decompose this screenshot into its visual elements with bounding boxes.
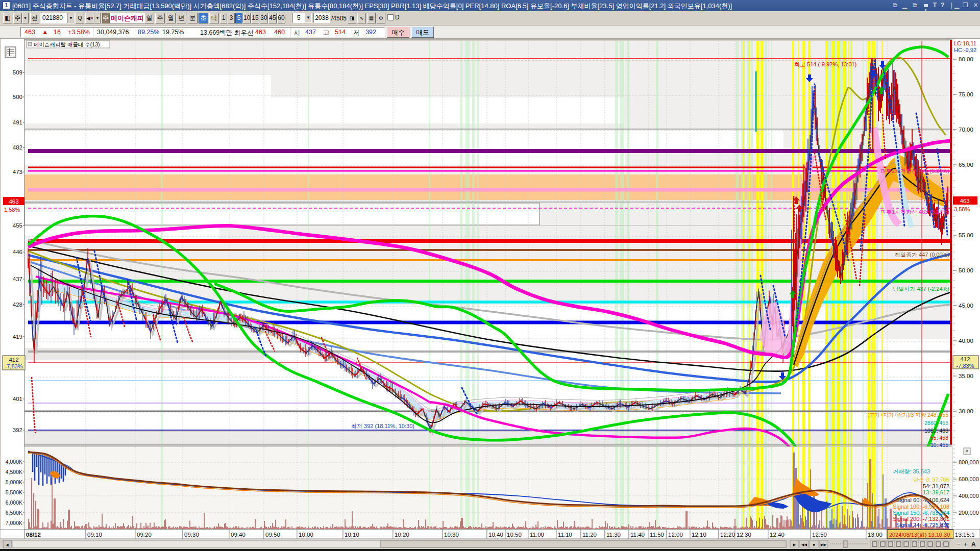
svg-text:◄: ◄: [5, 542, 10, 547]
svg-text:437: 437: [13, 276, 22, 282]
svg-text:70,00: 70,00: [959, 127, 973, 133]
svg-text:Signal 24: -6,725,832: Signal 24: -6,725,832: [896, 522, 949, 528]
svg-text:54: 31,072: 54: 31,072: [923, 483, 949, 489]
svg-text:×: ×: [966, 448, 969, 454]
svg-text:446: 446: [13, 249, 22, 255]
svg-text:12:30: 12:30: [737, 532, 751, 538]
svg-text:4,000K: 4,000K: [6, 459, 22, 465]
svg-text:80,00: 80,00: [959, 56, 973, 62]
svg-text:12:00: 12:00: [668, 532, 683, 538]
svg-text:10:40: 10:40: [488, 532, 503, 538]
svg-text:12:40: 12:40: [770, 532, 785, 538]
svg-text:−: −: [957, 540, 961, 548]
svg-text:최저 392 (18.11%, 10:30): 최저 392 (18.11%, 10:30): [351, 423, 414, 429]
svg-text:50,00: 50,00: [959, 267, 973, 273]
svg-text:09:50: 09:50: [265, 532, 280, 538]
svg-text:1080: 468: 1080: 468: [924, 428, 948, 434]
svg-text:09:20: 09:20: [137, 532, 152, 538]
svg-text:40,00: 40,00: [959, 338, 973, 344]
svg-text:10:50: 10:50: [507, 532, 522, 538]
svg-text:▶: ▶: [793, 542, 796, 547]
svg-text:09:30: 09:30: [184, 532, 199, 538]
svg-text:메이슨캐피탈 매물대 수(13): 메이슨캐피탈 매물대 수(13): [34, 41, 100, 47]
svg-text:최고 514 (-9.92%, 13:01): 최고 514 (-9.92%, 13:01): [794, 61, 856, 67]
svg-text:11:30: 11:30: [606, 532, 621, 538]
svg-text:Signal 200: -7,132,861: Signal 200: -7,132,861: [893, 516, 949, 522]
svg-text:09:10: 09:10: [87, 532, 102, 538]
svg-text:6,000K: 6,000K: [6, 499, 22, 506]
svg-text:412: 412: [9, 357, 18, 363]
svg-text:55,00: 55,00: [959, 232, 973, 238]
svg-text:412: 412: [960, 356, 970, 362]
svg-text:10:10: 10:10: [345, 532, 359, 538]
svg-text:45,00: 45,00: [959, 303, 973, 309]
svg-text:509: 509: [13, 69, 22, 76]
svg-text:35,00: 35,00: [959, 373, 973, 379]
svg-text:▶▶: ▶▶: [821, 542, 827, 547]
svg-text:Signal 100: -6,980,108: Signal 100: -6,980,108: [893, 504, 949, 510]
svg-text:65,00: 65,00: [959, 162, 973, 168]
svg-text:200,000: 200,000: [959, 510, 979, 516]
svg-text:전일종가 447 (0.00%): 전일종가 447 (0.00%): [895, 252, 949, 258]
svg-text:HC:-9,92: HC:-9,92: [954, 47, 976, 53]
svg-text:11:40: 11:40: [630, 532, 645, 538]
svg-text:6,500K: 6,500K: [6, 510, 22, 516]
svg-text:당일시가 437 (-2.24%): 당일시가 437 (-2.24%): [893, 286, 949, 292]
svg-text:13:15:1: 13:15:1: [955, 532, 974, 538]
svg-text:11:00: 11:00: [530, 532, 544, 538]
svg-text:피봇2차저항선 475 (6.26%): 피봇2차저항선 475 (6.26%): [880, 168, 949, 174]
svg-text:419: 419: [13, 334, 22, 340]
svg-text:13: 39,617: 13: 39,617: [923, 489, 949, 495]
svg-text:75,00: 75,00: [959, 91, 973, 97]
svg-text:11:10: 11:10: [558, 532, 572, 538]
svg-text:◀◀: ◀◀: [801, 542, 807, 547]
svg-text:LC:18,11: LC:18,11: [954, 40, 976, 46]
svg-text:55: 458: 55: 458: [930, 435, 948, 441]
svg-text:491: 491: [13, 119, 22, 126]
svg-text:+: +: [964, 540, 968, 548]
svg-text:Signal 150: -6,738,864: Signal 150: -6,738,864: [893, 510, 949, 516]
svg-text:5,500K: 5,500K: [6, 489, 22, 495]
svg-text:1,58%: 1,58%: [4, 207, 20, 213]
svg-text:800,000: 800,000: [959, 459, 979, 465]
svg-text:11:50: 11:50: [650, 532, 664, 538]
svg-text:4,500K: 4,500K: [6, 469, 22, 475]
svg-text:600,000: 600,000: [959, 476, 979, 482]
svg-text:피봇1차저항선 463 (3.13%): 피봇1차저항선 463 (3.13%): [880, 209, 949, 215]
svg-text:10:30: 10:30: [444, 532, 459, 538]
svg-text:08/12: 08/12: [26, 532, 41, 538]
svg-text:500: 500: [13, 94, 22, 100]
svg-text:392: 392: [13, 427, 22, 433]
svg-text:473: 473: [13, 169, 22, 175]
svg-text:428: 428: [13, 302, 22, 308]
svg-text:거래량: 35,543: 거래량: 35,543: [893, 468, 930, 474]
svg-text:10:20: 10:20: [395, 532, 409, 538]
svg-text:2860: 455: 2860: 455: [924, 420, 948, 426]
svg-text:-7,83%: -7,83%: [5, 363, 23, 369]
svg-text:482: 482: [13, 144, 22, 151]
svg-text:7,000K: 7,000K: [6, 520, 22, 526]
svg-text:Signal 60: -7,106,624: Signal 60: -7,106,624: [896, 497, 949, 503]
svg-text:3,58%: 3,58%: [954, 206, 970, 212]
svg-text:A: A: [971, 541, 976, 548]
svg-text:30,00: 30,00: [959, 408, 973, 414]
svg-text:455: 455: [13, 222, 22, 229]
svg-text:12:10: 12:10: [692, 532, 706, 538]
svg-text:463: 463: [9, 198, 18, 205]
svg-text:13:00: 13:00: [868, 532, 883, 538]
svg-text:463: 463: [960, 198, 969, 204]
svg-text:12:20: 12:20: [720, 532, 735, 538]
svg-text:12:50: 12:50: [812, 532, 827, 538]
svg-text:11:20: 11:20: [582, 532, 597, 538]
svg-text:(고가+저가+종가)/3 저항 248: 455: (고가+저가+종가)/3 저항 248: 455: [867, 412, 948, 418]
svg-text:10:00: 10:00: [299, 532, 313, 538]
svg-text:09:40: 09:40: [231, 532, 246, 538]
svg-text:-7,83%: -7,83%: [957, 363, 974, 369]
svg-text:단순 3: 37,706: 단순 3: 37,706: [913, 477, 949, 483]
svg-text:401: 401: [13, 396, 22, 402]
svg-text:2024/08/13(화) 13:10:30: 2024/08/13(화) 13:10:30: [889, 532, 950, 538]
svg-text:■: ■: [813, 542, 815, 547]
svg-text:5,000K: 5,000K: [6, 479, 22, 485]
svg-text:400,000: 400,000: [959, 493, 979, 499]
